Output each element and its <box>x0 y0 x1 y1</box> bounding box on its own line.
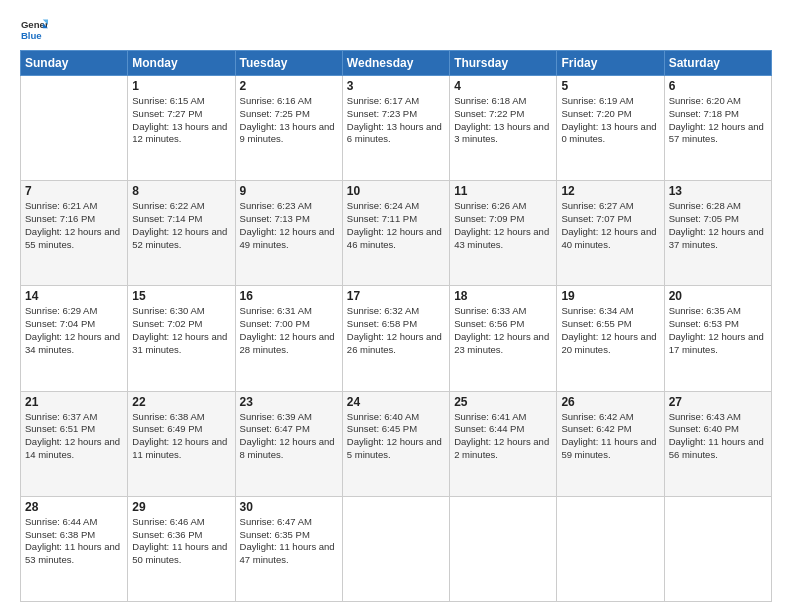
day-info: Sunrise: 6:28 AMSunset: 7:05 PMDaylight:… <box>669 200 767 251</box>
calendar-day-header: Wednesday <box>342 51 449 76</box>
day-number: 11 <box>454 184 552 198</box>
calendar-day-header: Tuesday <box>235 51 342 76</box>
day-info: Sunrise: 6:24 AMSunset: 7:11 PMDaylight:… <box>347 200 445 251</box>
day-number: 19 <box>561 289 659 303</box>
calendar-cell: 10Sunrise: 6:24 AMSunset: 7:11 PMDayligh… <box>342 181 449 286</box>
day-number: 28 <box>25 500 123 514</box>
calendar-week-row: 28Sunrise: 6:44 AMSunset: 6:38 PMDayligh… <box>21 496 772 601</box>
day-number: 10 <box>347 184 445 198</box>
calendar-cell <box>342 496 449 601</box>
day-number: 12 <box>561 184 659 198</box>
calendar-cell: 26Sunrise: 6:42 AMSunset: 6:42 PMDayligh… <box>557 391 664 496</box>
day-number: 16 <box>240 289 338 303</box>
calendar-cell: 21Sunrise: 6:37 AMSunset: 6:51 PMDayligh… <box>21 391 128 496</box>
calendar-cell <box>21 76 128 181</box>
calendar-cell: 11Sunrise: 6:26 AMSunset: 7:09 PMDayligh… <box>450 181 557 286</box>
day-info: Sunrise: 6:26 AMSunset: 7:09 PMDaylight:… <box>454 200 552 251</box>
calendar-cell: 16Sunrise: 6:31 AMSunset: 7:00 PMDayligh… <box>235 286 342 391</box>
day-number: 1 <box>132 79 230 93</box>
calendar-cell: 2Sunrise: 6:16 AMSunset: 7:25 PMDaylight… <box>235 76 342 181</box>
day-info: Sunrise: 6:27 AMSunset: 7:07 PMDaylight:… <box>561 200 659 251</box>
calendar-cell: 23Sunrise: 6:39 AMSunset: 6:47 PMDayligh… <box>235 391 342 496</box>
day-number: 26 <box>561 395 659 409</box>
day-number: 24 <box>347 395 445 409</box>
day-info: Sunrise: 6:21 AMSunset: 7:16 PMDaylight:… <box>25 200 123 251</box>
day-info: Sunrise: 6:46 AMSunset: 6:36 PMDaylight:… <box>132 516 230 567</box>
calendar-cell: 19Sunrise: 6:34 AMSunset: 6:55 PMDayligh… <box>557 286 664 391</box>
day-number: 8 <box>132 184 230 198</box>
day-number: 23 <box>240 395 338 409</box>
calendar-cell: 29Sunrise: 6:46 AMSunset: 6:36 PMDayligh… <box>128 496 235 601</box>
calendar-cell <box>557 496 664 601</box>
day-info: Sunrise: 6:18 AMSunset: 7:22 PMDaylight:… <box>454 95 552 146</box>
day-number: 27 <box>669 395 767 409</box>
day-info: Sunrise: 6:38 AMSunset: 6:49 PMDaylight:… <box>132 411 230 462</box>
day-number: 20 <box>669 289 767 303</box>
day-number: 25 <box>454 395 552 409</box>
day-info: Sunrise: 6:19 AMSunset: 7:20 PMDaylight:… <box>561 95 659 146</box>
calendar-cell: 8Sunrise: 6:22 AMSunset: 7:14 PMDaylight… <box>128 181 235 286</box>
day-number: 22 <box>132 395 230 409</box>
day-info: Sunrise: 6:41 AMSunset: 6:44 PMDaylight:… <box>454 411 552 462</box>
calendar-cell: 30Sunrise: 6:47 AMSunset: 6:35 PMDayligh… <box>235 496 342 601</box>
calendar-cell: 13Sunrise: 6:28 AMSunset: 7:05 PMDayligh… <box>664 181 771 286</box>
calendar-cell: 17Sunrise: 6:32 AMSunset: 6:58 PMDayligh… <box>342 286 449 391</box>
day-number: 6 <box>669 79 767 93</box>
day-info: Sunrise: 6:32 AMSunset: 6:58 PMDaylight:… <box>347 305 445 356</box>
day-number: 7 <box>25 184 123 198</box>
header: General Blue <box>20 16 772 44</box>
day-info: Sunrise: 6:31 AMSunset: 7:00 PMDaylight:… <box>240 305 338 356</box>
day-info: Sunrise: 6:17 AMSunset: 7:23 PMDaylight:… <box>347 95 445 146</box>
day-info: Sunrise: 6:33 AMSunset: 6:56 PMDaylight:… <box>454 305 552 356</box>
calendar-cell: 5Sunrise: 6:19 AMSunset: 7:20 PMDaylight… <box>557 76 664 181</box>
day-number: 3 <box>347 79 445 93</box>
day-info: Sunrise: 6:15 AMSunset: 7:27 PMDaylight:… <box>132 95 230 146</box>
calendar-cell <box>450 496 557 601</box>
calendar-table: SundayMondayTuesdayWednesdayThursdayFrid… <box>20 50 772 602</box>
calendar-day-header: Saturday <box>664 51 771 76</box>
day-number: 18 <box>454 289 552 303</box>
day-info: Sunrise: 6:47 AMSunset: 6:35 PMDaylight:… <box>240 516 338 567</box>
calendar-week-row: 7Sunrise: 6:21 AMSunset: 7:16 PMDaylight… <box>21 181 772 286</box>
calendar-cell: 25Sunrise: 6:41 AMSunset: 6:44 PMDayligh… <box>450 391 557 496</box>
day-info: Sunrise: 6:40 AMSunset: 6:45 PMDaylight:… <box>347 411 445 462</box>
svg-text:Blue: Blue <box>21 30 42 41</box>
day-info: Sunrise: 6:44 AMSunset: 6:38 PMDaylight:… <box>25 516 123 567</box>
calendar-header-row: SundayMondayTuesdayWednesdayThursdayFrid… <box>21 51 772 76</box>
day-info: Sunrise: 6:20 AMSunset: 7:18 PMDaylight:… <box>669 95 767 146</box>
calendar-cell: 12Sunrise: 6:27 AMSunset: 7:07 PMDayligh… <box>557 181 664 286</box>
calendar-cell: 27Sunrise: 6:43 AMSunset: 6:40 PMDayligh… <box>664 391 771 496</box>
day-number: 29 <box>132 500 230 514</box>
day-info: Sunrise: 6:34 AMSunset: 6:55 PMDaylight:… <box>561 305 659 356</box>
calendar-cell: 22Sunrise: 6:38 AMSunset: 6:49 PMDayligh… <box>128 391 235 496</box>
day-number: 9 <box>240 184 338 198</box>
logo-icon: General Blue <box>20 16 48 44</box>
calendar-week-row: 14Sunrise: 6:29 AMSunset: 7:04 PMDayligh… <box>21 286 772 391</box>
day-info: Sunrise: 6:29 AMSunset: 7:04 PMDaylight:… <box>25 305 123 356</box>
day-info: Sunrise: 6:35 AMSunset: 6:53 PMDaylight:… <box>669 305 767 356</box>
logo: General Blue <box>20 16 52 44</box>
calendar-day-header: Thursday <box>450 51 557 76</box>
calendar-cell: 9Sunrise: 6:23 AMSunset: 7:13 PMDaylight… <box>235 181 342 286</box>
day-info: Sunrise: 6:22 AMSunset: 7:14 PMDaylight:… <box>132 200 230 251</box>
day-info: Sunrise: 6:37 AMSunset: 6:51 PMDaylight:… <box>25 411 123 462</box>
day-number: 30 <box>240 500 338 514</box>
day-info: Sunrise: 6:23 AMSunset: 7:13 PMDaylight:… <box>240 200 338 251</box>
calendar-cell: 18Sunrise: 6:33 AMSunset: 6:56 PMDayligh… <box>450 286 557 391</box>
calendar-cell: 7Sunrise: 6:21 AMSunset: 7:16 PMDaylight… <box>21 181 128 286</box>
day-number: 15 <box>132 289 230 303</box>
day-info: Sunrise: 6:30 AMSunset: 7:02 PMDaylight:… <box>132 305 230 356</box>
calendar-week-row: 21Sunrise: 6:37 AMSunset: 6:51 PMDayligh… <box>21 391 772 496</box>
day-number: 17 <box>347 289 445 303</box>
day-info: Sunrise: 6:43 AMSunset: 6:40 PMDaylight:… <box>669 411 767 462</box>
calendar-cell: 15Sunrise: 6:30 AMSunset: 7:02 PMDayligh… <box>128 286 235 391</box>
calendar-cell: 14Sunrise: 6:29 AMSunset: 7:04 PMDayligh… <box>21 286 128 391</box>
day-number: 2 <box>240 79 338 93</box>
day-number: 21 <box>25 395 123 409</box>
calendar-cell: 1Sunrise: 6:15 AMSunset: 7:27 PMDaylight… <box>128 76 235 181</box>
calendar-cell: 20Sunrise: 6:35 AMSunset: 6:53 PMDayligh… <box>664 286 771 391</box>
day-number: 13 <box>669 184 767 198</box>
calendar-day-header: Sunday <box>21 51 128 76</box>
calendar-cell: 24Sunrise: 6:40 AMSunset: 6:45 PMDayligh… <box>342 391 449 496</box>
day-number: 5 <box>561 79 659 93</box>
